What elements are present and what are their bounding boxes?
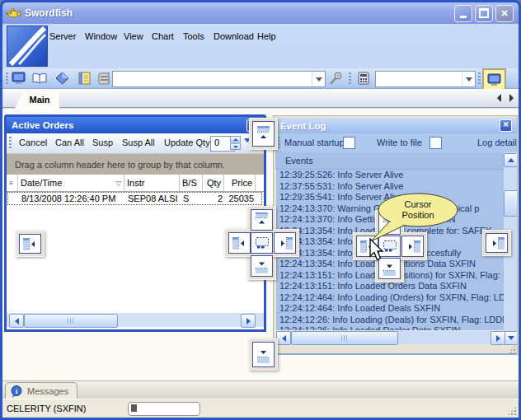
dock-guide-left-frame [16, 231, 45, 257]
swordfish-logo [7, 26, 48, 67]
event-item[interactable]: 12:39:25:526: Info Server Alive [276, 170, 504, 181]
tab-messages-label: Messages [27, 386, 68, 396]
active-orders-title: Active Orders [12, 120, 73, 130]
chevron-down-icon[interactable] [462, 72, 475, 86]
monitor-icon [487, 73, 501, 86]
event-item[interactable]: 12:24:12:26: Info Loaded Dealer Data SXF… [276, 325, 504, 330]
resize-grip-icon[interactable] [507, 406, 517, 416]
menu-view[interactable]: View [124, 30, 143, 43]
dock-cluster-right-button[interactable] [274, 232, 296, 254]
tooltip-line1: Cursor [404, 199, 431, 209]
notepad-icon[interactable] [75, 70, 93, 86]
events-group-header: Events [275, 152, 517, 170]
toolbar-grip[interactable] [107, 72, 110, 85]
minimize-button[interactable] [454, 5, 472, 22]
active-orders-hscrollbar[interactable] [7, 313, 264, 327]
close-button[interactable]: ✕ [495, 5, 514, 22]
manual-startup-checkbox[interactable] [343, 137, 355, 149]
title-bar[interactable]: Swordfish ✕ [2, 2, 519, 24]
book-icon[interactable] [31, 70, 49, 86]
menu-tools[interactable]: Tools [183, 30, 204, 43]
monitor-icon[interactable] [9, 70, 27, 86]
cancel-all-button[interactable]: Can All [54, 136, 86, 150]
event-log-hscrollbar[interactable] [276, 331, 504, 344]
update-qty-button[interactable]: Update Qty [162, 136, 212, 150]
scroll-down-icon[interactable] [504, 331, 518, 345]
active-orders-window: Active Orders ✕ Cancel Can All Susp Susp… [4, 114, 266, 332]
hscroll-thumb[interactable] [291, 331, 398, 345]
column-header-bs[interactable]: B/S [180, 175, 203, 191]
cancel-button[interactable]: Cancel [17, 136, 49, 150]
events-header-label: Events [285, 156, 313, 166]
messages-strip: i Messages [2, 380, 519, 399]
monitor-toggle-button[interactable] [483, 69, 505, 90]
toolbar-grip[interactable] [278, 137, 280, 149]
close-icon[interactable]: ✕ [500, 119, 512, 132]
column-header-qty[interactable]: Qty [203, 175, 224, 191]
manual-startup-label: Manual startup [284, 138, 345, 147]
qty-stepper[interactable] [230, 136, 241, 150]
dock-cluster-top-button[interactable] [251, 209, 273, 231]
sort-descending-icon: ▽ [116, 180, 121, 187]
dock-left-button[interactable] [19, 234, 41, 254]
scroll-right-icon[interactable] [241, 314, 256, 328]
tab-scroll-left-icon[interactable] [497, 94, 501, 102]
dock-cluster-center-button[interactable] [251, 232, 273, 254]
event-item[interactable]: 12:37:55:531: Info Server Alive [276, 181, 504, 193]
instrument-combobox[interactable] [112, 71, 326, 87]
dock-right-button[interactable] [486, 233, 508, 253]
account-combobox[interactable] [375, 71, 476, 87]
order-row[interactable]: 8/13/2008 12:26:40 PM SEP08 ALSI S 2 250… [7, 192, 262, 205]
maximize-button[interactable] [475, 5, 493, 22]
suspend-all-button[interactable]: Susp All [120, 136, 157, 150]
event-item[interactable]: 12:24:13:151: Info Loaded Orders Data SX… [276, 281, 504, 292]
scroll-left-icon[interactable] [9, 314, 24, 328]
status-bar: CELERITY (SXFIN) [2, 399, 519, 418]
active-orders-titlebar[interactable]: Active Orders ✕ [7, 117, 264, 133]
write-to-file-checkbox[interactable] [429, 137, 442, 149]
event-item[interactable]: 12:24:12:26: Info Loading (Deals) for SX… [276, 315, 504, 326]
status-instrument: CELERITY (SXFIN) [7, 404, 86, 413]
dock-top-button[interactable] [252, 121, 275, 147]
dock-cluster-left-button[interactable] [228, 232, 251, 254]
dock-bottom-button[interactable] [252, 342, 275, 367]
column-header-datetime[interactable]: Date/Time ▽ [18, 175, 124, 191]
scroll-up-icon[interactable] [504, 153, 518, 167]
window-title: Swordfish [25, 7, 73, 19]
stepper-up-icon[interactable] [230, 136, 241, 142]
toolbar-grip[interactable] [478, 72, 481, 85]
microphone-icon[interactable] [326, 70, 345, 86]
toolbar-grip[interactable] [9, 137, 12, 149]
archive-icon[interactable] [95, 70, 113, 86]
scroll-right-icon[interactable] [490, 331, 505, 345]
stepper-down-icon[interactable] [230, 143, 241, 150]
menu-window[interactable]: Window [85, 30, 117, 43]
vscroll-thumb[interactable] [504, 190, 518, 217]
chevron-down-icon[interactable] [312, 72, 325, 86]
tab-main[interactable]: Main [15, 91, 59, 109]
swordfish-window: Swordfish ✕ Server Window View Chart Too… [0, 0, 521, 420]
toolbar-grip[interactable] [349, 72, 351, 85]
tab-messages[interactable]: i Messages [5, 382, 77, 399]
dock-cluster-bottom-button[interactable] [251, 255, 273, 277]
column-header-price[interactable]: Price [224, 175, 256, 191]
resize-grip-icon[interactable] [506, 345, 516, 355]
menu-download[interactable]: Download [214, 30, 254, 43]
group-by-bar[interactable]: Drag a column header here to group by th… [7, 153, 264, 175]
order-qty: 2 [204, 193, 225, 204]
menu-help[interactable]: Help [257, 30, 276, 43]
diamond-icon[interactable] [53, 70, 71, 86]
tab-scroll-right-icon[interactable] [509, 94, 514, 102]
toolbar-grip[interactable] [6, 72, 8, 85]
scroll-left-icon[interactable] [276, 331, 291, 345]
event-item[interactable]: 12:24:12:464: Info Loaded Deals SXFIN [276, 303, 504, 315]
mouse-cursor-icon [368, 237, 386, 265]
suspend-button[interactable]: Susp [91, 136, 115, 150]
column-header-instr[interactable]: Instr [124, 175, 180, 191]
calculator-icon[interactable] [354, 70, 373, 86]
event-log-titlebar[interactable]: Event Log ✕ [275, 118, 517, 133]
event-item[interactable]: 12:24:12:464: Info Loading (Orders) for … [276, 292, 504, 304]
hscroll-thumb[interactable] [24, 314, 118, 328]
menu-server[interactable]: Server [49, 30, 76, 43]
menu-chart[interactable]: Chart [152, 30, 174, 43]
